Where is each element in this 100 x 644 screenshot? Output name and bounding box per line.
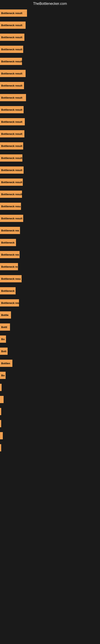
bar-row: Bottleneck result bbox=[0, 164, 100, 176]
bottleneck-bar-8: Bottleneck result bbox=[0, 106, 24, 113]
bar-row: Bottleneck bbox=[0, 237, 100, 248]
bar-label-17: Bottleneck result bbox=[1, 217, 22, 220]
bottleneck-bar-35 bbox=[0, 432, 3, 439]
bottleneck-bar-26: Bottl bbox=[0, 324, 10, 331]
bar-label-10: Bottleneck result bbox=[1, 132, 22, 136]
bar-label-20: Bottleneck res bbox=[1, 253, 19, 256]
bottleneck-bar-20: Bottleneck res bbox=[0, 251, 20, 258]
bar-row: Bottleneck result bbox=[0, 8, 100, 19]
bar-row: Bottleneck result bbox=[0, 188, 100, 200]
bar-label-29: Bottlen bbox=[1, 362, 10, 365]
bar-row bbox=[0, 418, 100, 429]
bar-row: Bottle bbox=[0, 309, 100, 320]
bottleneck-bar-9: Bottleneck result bbox=[0, 118, 25, 126]
bar-row: Bottleneck result bbox=[0, 176, 100, 188]
bar-label-7: Bottleneck result bbox=[1, 96, 22, 99]
bar-row: Bottleneck result bbox=[0, 128, 100, 140]
bar-row: Bottl bbox=[0, 322, 100, 333]
bar-row bbox=[0, 430, 100, 441]
bar-label-14: Bottleneck result bbox=[1, 181, 22, 184]
bar-row: Bottleneck result bbox=[0, 152, 100, 164]
bar-row: Bottleneck result bbox=[0, 32, 100, 43]
bar-row: Bottlen bbox=[0, 358, 100, 369]
bar-row: Bottleneck result bbox=[0, 44, 100, 55]
bar-label-25: Bottle bbox=[1, 314, 9, 316]
bottleneck-bar-11: Bottleneck result bbox=[0, 142, 23, 150]
bottleneck-bar-10: Bottleneck result bbox=[0, 130, 24, 138]
bar-label-5: Bottleneck result bbox=[1, 72, 22, 75]
bar-row bbox=[0, 406, 100, 417]
bar-label-16: Bottleneck resu bbox=[1, 205, 21, 208]
bar-row: Bottleneck result bbox=[0, 68, 100, 79]
bar-row: Bo bbox=[0, 370, 100, 381]
bottleneck-bar-28: Bott bbox=[0, 348, 8, 355]
bar-label-9: Bottleneck result bbox=[1, 120, 22, 123]
bar-label-13: Bottleneck result bbox=[1, 169, 22, 172]
bar-row bbox=[0, 394, 100, 405]
bar-label-28: Bott bbox=[1, 350, 6, 353]
bar-row: Bo bbox=[0, 334, 100, 345]
bottleneck-bar-32 bbox=[0, 396, 3, 403]
bottleneck-bar-22: Bottleneck resu bbox=[0, 275, 22, 282]
bottleneck-bar-21: Bottleneck re bbox=[0, 263, 18, 270]
bar-row: Bott bbox=[0, 346, 100, 357]
bottleneck-bar-18: Bottleneck res bbox=[0, 227, 20, 234]
bar-row: Bottleneck resu bbox=[0, 273, 100, 284]
bar-label-0: Bottleneck result bbox=[1, 12, 22, 15]
bar-row: Bottleneck result bbox=[0, 140, 100, 152]
bottleneck-bar-0: Bottleneck result bbox=[0, 10, 27, 17]
bar-label-2: Bottleneck result bbox=[1, 36, 22, 39]
bar-label-27: Bo bbox=[1, 338, 4, 341]
bar-row: Bottleneck res bbox=[0, 225, 100, 236]
bottleneck-bar-7: Bottleneck result bbox=[0, 94, 26, 101]
bottleneck-bar-3: Bottleneck result bbox=[0, 46, 23, 53]
bottleneck-bar-24: Bottleneck res bbox=[0, 299, 19, 306]
bottleneck-bar-17: Bottleneck result bbox=[0, 215, 23, 222]
bar-label-12: Bottleneck result bbox=[1, 156, 22, 160]
bar-row: Bottleneck re bbox=[0, 261, 100, 272]
bar-label-11: Bottleneck result bbox=[1, 144, 22, 148]
bottleneck-bar-27: Bo bbox=[0, 336, 6, 343]
bottleneck-bar-6: Bottleneck result bbox=[0, 82, 24, 89]
bottleneck-bar-19: Bottleneck bbox=[0, 239, 16, 246]
bottleneck-bar-36 bbox=[0, 444, 1, 452]
bar-row: Bottleneck result bbox=[0, 104, 100, 115]
bar-label-26: Bottl bbox=[1, 326, 7, 329]
bottleneck-bar-13: Bottleneck result bbox=[0, 166, 24, 174]
bar-row: Bottleneck res bbox=[0, 297, 100, 308]
bar-label-18: Bottleneck res bbox=[1, 229, 19, 232]
bar-label-19: Bottleneck bbox=[1, 241, 14, 244]
bottleneck-bar-31 bbox=[0, 384, 1, 391]
bar-label-24: Bottleneck res bbox=[1, 302, 19, 304]
bar-label-23: Bottleneck bbox=[1, 290, 14, 292]
bar-label-8: Bottleneck result bbox=[1, 108, 22, 111]
bottleneck-bar-29: Bottlen bbox=[0, 360, 12, 367]
bar-label-22: Bottleneck resu bbox=[1, 277, 21, 280]
bottleneck-bar-16: Bottleneck resu bbox=[0, 203, 21, 210]
site-title: TheBottlenecker.com bbox=[0, 0, 100, 8]
bar-row: Bottleneck res bbox=[0, 249, 100, 260]
bar-row: Bottleneck bbox=[0, 285, 100, 296]
bottleneck-bar-30: Bo bbox=[0, 372, 6, 379]
bottleneck-bar-12: Bottleneck result bbox=[0, 154, 22, 162]
bar-row: Bottleneck result bbox=[0, 116, 100, 128]
bottleneck-bar-4: Bottleneck result bbox=[0, 58, 22, 65]
bar-label-15: Bottleneck result bbox=[1, 193, 22, 196]
bar-row: Bottleneck result bbox=[0, 80, 100, 91]
bar-label-1: Bottleneck result bbox=[1, 24, 22, 27]
bar-row: Bottleneck resu bbox=[0, 201, 100, 212]
bar-label-21: Bottleneck re bbox=[1, 265, 18, 268]
bottleneck-bar-33 bbox=[0, 408, 1, 415]
bottleneck-bar-14: Bottleneck result bbox=[0, 178, 23, 186]
bar-label-30: Bo bbox=[1, 374, 4, 377]
bar-row: Bottleneck result bbox=[0, 20, 100, 31]
bottleneck-bar-23: Bottleneck bbox=[0, 287, 16, 294]
bar-row: Bottleneck result bbox=[0, 92, 100, 103]
bar-row bbox=[0, 382, 100, 393]
bar-row bbox=[0, 442, 100, 454]
bottleneck-bar-15: Bottleneck result bbox=[0, 190, 22, 198]
bottleneck-bar-25: Bottle bbox=[0, 311, 11, 318]
bar-row: Bottleneck result bbox=[0, 213, 100, 224]
bottleneck-bar-2: Bottleneck result bbox=[0, 34, 24, 41]
bar-row: Bottleneck result bbox=[0, 56, 100, 67]
